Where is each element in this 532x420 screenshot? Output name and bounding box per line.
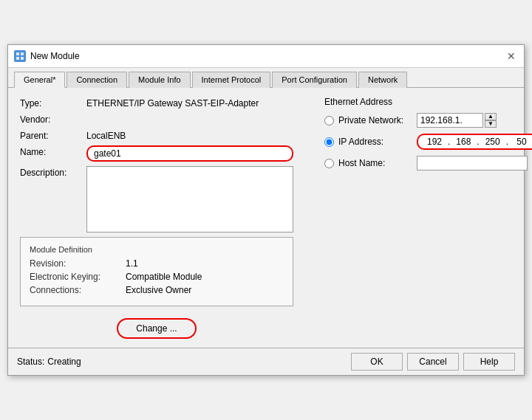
electronic-keying-label: Electronic Keying: xyxy=(30,272,126,282)
parent-label: Parent: xyxy=(20,129,86,141)
tab-bar: General* Connection Module Info Internet… xyxy=(8,68,524,88)
hostname-label: Host Name: xyxy=(338,158,412,168)
status-area: Status: Creating xyxy=(17,357,81,367)
change-button[interactable]: Change ... xyxy=(117,318,196,339)
spin-control: ▲ ▼ xyxy=(485,113,497,128)
tab-general[interactable]: General* xyxy=(14,72,65,88)
name-label: Name: xyxy=(20,145,86,157)
svg-rect-0 xyxy=(16,52,19,55)
ip-octet-1[interactable] xyxy=(423,137,446,147)
name-input[interactable] xyxy=(86,145,293,162)
connections-label: Connections: xyxy=(30,285,126,295)
right-section: Ethernet Address Private Network: ▲ ▼ xyxy=(313,97,512,339)
new-module-window: New Module ✕ General* Connection Module … xyxy=(7,44,525,376)
status-value: Creating xyxy=(47,357,81,367)
ethernet-title: Ethernet Address xyxy=(324,97,512,107)
revision-row: Revision: 1.1 xyxy=(30,258,284,269)
electronic-keying-value: Compatible Module xyxy=(126,272,202,282)
status-label: Status: xyxy=(17,357,44,367)
name-row: Name: xyxy=(20,145,313,162)
ip-octet-2[interactable] xyxy=(451,137,475,147)
bottom-buttons: OK Cancel Help xyxy=(351,353,515,371)
description-label: Description: xyxy=(20,166,86,178)
change-row: Change ... xyxy=(20,318,293,339)
ip-dot-2: . xyxy=(477,137,479,147)
ok-button[interactable]: OK xyxy=(351,353,403,371)
tab-connection[interactable]: Connection xyxy=(66,72,127,88)
ip-address-radio[interactable] xyxy=(324,137,334,147)
hostname-row: Host Name: xyxy=(324,156,512,171)
connections-value: Exclusive Owner xyxy=(126,285,191,295)
ip-address-group: . . . xyxy=(417,134,532,150)
private-network-input[interactable] xyxy=(417,113,483,128)
revision-value: 1.1 xyxy=(126,258,138,269)
tab-module-info[interactable]: Module Info xyxy=(129,72,190,88)
main-area: Type: ETHERNET/IP Gateway SAST-EIP-Adapt… xyxy=(20,97,512,339)
tab-internet-protocol[interactable]: Internet Protocol xyxy=(192,72,271,88)
title-bar-left: New Module xyxy=(14,50,80,62)
private-network-label: Private Network: xyxy=(338,115,412,125)
electronic-keying-row: Electronic Keying: Compatible Module xyxy=(30,272,284,282)
ip-address-row: IP Address: . . . xyxy=(324,134,512,150)
module-definition-box: Module Definition Revision: 1.1 Electron… xyxy=(20,237,293,306)
private-network-radio[interactable] xyxy=(324,116,334,125)
content-area: Type: ETHERNET/IP Gateway SAST-EIP-Adapt… xyxy=(8,88,524,348)
vendor-label: Vendor: xyxy=(20,113,86,125)
window-icon xyxy=(14,50,26,62)
type-value: ETHERNET/IP Gateway SAST-EIP-Adapter xyxy=(86,97,259,109)
parent-value: LocalENB xyxy=(86,129,126,141)
ip-octet-4[interactable] xyxy=(510,137,532,147)
left-section: Type: ETHERNET/IP Gateway SAST-EIP-Adapt… xyxy=(20,97,313,339)
spin-down-button[interactable]: ▼ xyxy=(485,120,497,128)
description-textarea[interactable] xyxy=(86,166,293,233)
hostname-radio[interactable] xyxy=(324,159,334,168)
vendor-row: Vendor: xyxy=(20,113,313,125)
svg-rect-2 xyxy=(16,57,19,60)
cancel-button[interactable]: Cancel xyxy=(407,353,459,371)
description-row: Description: xyxy=(20,166,313,233)
revision-label: Revision: xyxy=(30,258,126,269)
ip-dot-3: . xyxy=(506,137,508,147)
bottom-bar: Status: Creating OK Cancel Help xyxy=(8,348,524,375)
spin-up-button[interactable]: ▲ xyxy=(485,113,497,120)
ip-address-label: IP Address: xyxy=(338,137,412,147)
tab-network[interactable]: Network xyxy=(358,72,407,88)
svg-rect-1 xyxy=(21,52,24,55)
title-bar: New Module ✕ xyxy=(8,45,524,68)
tab-port-configuration[interactable]: Port Configuration xyxy=(272,72,357,88)
ip-dot-1: . xyxy=(448,137,450,147)
help-button[interactable]: Help xyxy=(463,353,515,371)
close-button[interactable]: ✕ xyxy=(505,49,518,63)
type-row: Type: ETHERNET/IP Gateway SAST-EIP-Adapt… xyxy=(20,97,313,109)
module-definition-title: Module Definition xyxy=(30,245,284,254)
type-label: Type: xyxy=(20,97,86,109)
connections-row: Connections: Exclusive Owner xyxy=(30,285,284,295)
window-title: New Module xyxy=(30,51,80,61)
ip-octet-3[interactable] xyxy=(481,137,505,147)
private-network-row: Private Network: ▲ ▼ xyxy=(324,113,512,128)
parent-row: Parent: LocalENB xyxy=(20,129,313,141)
svg-rect-3 xyxy=(21,57,24,60)
hostname-input[interactable] xyxy=(417,156,528,171)
